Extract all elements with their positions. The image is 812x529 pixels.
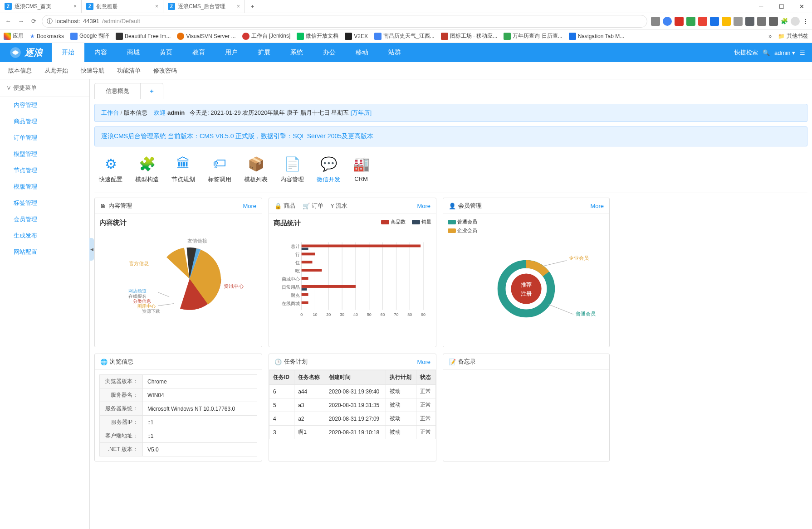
subnav-features[interactable]: 功能清单 (117, 67, 141, 75)
sidebar-item-config[interactable]: 网站配置 (0, 244, 89, 260)
tab-flow[interactable]: ¥流水 (331, 202, 347, 210)
extension-icon[interactable] (710, 17, 719, 26)
bookmark-item[interactable]: 微信开放文档 (297, 32, 338, 40)
more-link[interactable]: More (417, 203, 430, 209)
close-icon[interactable]: × (155, 3, 158, 10)
sidebar-item-member[interactable]: 会员管理 (0, 211, 89, 228)
extensions-button[interactable]: 🧩 (781, 18, 788, 24)
forward-button[interactable]: → (16, 17, 25, 26)
minimize-button[interactable]: ─ (751, 0, 771, 13)
quick-tag[interactable]: 🏷标签调用 (208, 155, 231, 184)
svg-text:40: 40 (353, 312, 358, 317)
subnav-version[interactable]: 版本信息 (8, 67, 32, 75)
nav-system[interactable]: 系统 (280, 43, 313, 62)
table-row[interactable]: 5a32020-08-31 19:31:35被动正常 (269, 398, 436, 412)
reload-button[interactable]: ⟳ (29, 17, 38, 26)
quick-node[interactable]: 🏛节点规划 (171, 155, 195, 184)
tab-add-button[interactable]: ＋ (141, 83, 163, 99)
quick-template[interactable]: 📦模板列表 (244, 155, 268, 184)
extension-icon[interactable] (663, 17, 672, 26)
nav-start[interactable]: 开始 (52, 43, 84, 62)
browser-tab[interactable]: Z 创意画册 × (82, 0, 163, 13)
extension-icon[interactable] (698, 17, 707, 26)
bookmark-item[interactable]: VisualSVN Server ... (177, 33, 235, 40)
app-logo[interactable]: 逐浪 (0, 46, 52, 59)
site-info-icon[interactable]: ⓘ (47, 17, 53, 25)
extension-icon[interactable] (722, 17, 731, 26)
bookmark-item[interactable]: 万年历查询 日历查... (504, 32, 562, 40)
table-row[interactable]: 6a442020-08-31 19:39:40被动正常 (269, 385, 436, 398)
menu-button[interactable]: ⋮ (802, 18, 808, 24)
menu-toggle-icon[interactable]: ☰ (800, 49, 805, 56)
extension-icon[interactable] (686, 17, 695, 26)
extension-icon[interactable] (734, 17, 743, 26)
apps-button[interactable]: 应用 (4, 32, 24, 40)
sidebar-item-node[interactable]: 节点管理 (0, 162, 89, 179)
sidebar-item-model[interactable]: 模型管理 (0, 146, 89, 162)
profile-icon[interactable] (791, 17, 800, 26)
nav-content[interactable]: 内容 (84, 43, 117, 62)
tab-overview[interactable]: 信息概览 (95, 83, 141, 99)
subnav-start[interactable]: 从此开始 (44, 67, 68, 75)
extension-icon[interactable] (757, 17, 766, 26)
bookmark-item[interactable]: ★Bookmarks (30, 33, 64, 39)
quick-content[interactable]: 📄内容管理 (280, 155, 304, 184)
quick-model[interactable]: 🧩模型构造 (135, 155, 159, 184)
more-link[interactable]: More (590, 203, 604, 209)
sidebar-header[interactable]: ∨ 便捷菜单 (0, 79, 89, 97)
close-icon[interactable]: × (237, 3, 240, 10)
url-input[interactable]: ⓘ localhost:44391/admin/Default (42, 15, 647, 28)
bookmark-item[interactable]: Navigation Tab M... (569, 33, 625, 40)
breadcrumb-workbench[interactable]: 工作台 (101, 109, 119, 116)
calendar-link[interactable]: [万年历] (351, 109, 372, 116)
quick-config[interactable]: ⚙快速配置 (99, 155, 122, 184)
bookmark-item[interactable]: 南昌历史天气_江西... (374, 32, 435, 40)
nav-shop[interactable]: 商城 (117, 43, 150, 62)
browser-tab[interactable]: Z 逐浪CMS_首页 × (0, 0, 82, 13)
close-button[interactable]: ✕ (792, 0, 812, 13)
sidebar-item-publish[interactable]: 生成发布 (0, 228, 89, 244)
new-tab-button[interactable]: ＋ (245, 0, 260, 13)
bookmark-overflow[interactable]: » (768, 33, 772, 39)
nav-education[interactable]: 教育 (182, 43, 215, 62)
more-link[interactable]: More (243, 203, 256, 209)
sidebar-collapse-button[interactable]: ◀ (89, 238, 94, 261)
other-bookmarks[interactable]: 📁其他书签 (778, 32, 808, 40)
back-button[interactable]: ← (4, 17, 13, 26)
bookmark-item[interactable]: V2EX (345, 33, 368, 40)
sidebar-item-product[interactable]: 商品管理 (0, 113, 89, 130)
table-row[interactable]: 4a22020-08-31 19:27:09被动正常 (269, 412, 436, 426)
search-icon[interactable]: 🔍 (763, 49, 770, 56)
quick-crm[interactable]: 🏭CRM (353, 155, 369, 184)
user-dropdown[interactable]: admin ▾ (774, 49, 795, 56)
maximize-button[interactable]: ☐ (771, 0, 792, 13)
nav-yellowpage[interactable]: 黄页 (150, 43, 182, 62)
close-icon[interactable]: × (73, 3, 77, 10)
sidebar-item-content[interactable]: 内容管理 (0, 97, 89, 113)
nav-extension[interactable]: 扩展 (248, 43, 280, 62)
table-row[interactable]: 3啊12020-08-31 19:10:18被动正常 (269, 426, 436, 439)
bookmark-item[interactable]: Google 翻译 (70, 32, 109, 40)
extension-icon[interactable] (651, 17, 660, 26)
sidebar-item-tag[interactable]: 标签管理 (0, 195, 89, 211)
extension-icon[interactable] (769, 17, 778, 26)
quick-search-link[interactable]: 快捷检索 (734, 49, 758, 57)
tab-orders[interactable]: 🛒订单 (303, 202, 323, 210)
extension-icon[interactable] (675, 17, 684, 26)
nav-mobile[interactable]: 移动 (346, 43, 378, 62)
sidebar-item-template[interactable]: 模版管理 (0, 179, 89, 195)
bookmark-item[interactable]: Beautiful Free Im... (116, 33, 171, 40)
more-link[interactable]: More (417, 359, 430, 365)
nav-sitegroup[interactable]: 站群 (378, 43, 411, 62)
subnav-quicknav[interactable]: 快速导航 (81, 67, 104, 75)
bookmark-item[interactable]: 工作台 [Jenkins] (242, 32, 291, 40)
nav-office[interactable]: 办公 (313, 43, 346, 62)
extension-icon[interactable] (745, 17, 754, 26)
bookmark-item[interactable]: 图标工场 - 移动应... (441, 32, 498, 40)
tab-products[interactable]: 🔒商品 (274, 202, 295, 210)
nav-user[interactable]: 用户 (215, 43, 248, 62)
subnav-password[interactable]: 修改密码 (153, 67, 177, 75)
browser-tab[interactable]: Z 逐浪CMS_后台管理 × (163, 0, 245, 13)
sidebar-item-order[interactable]: 订单管理 (0, 130, 89, 146)
quick-wechat[interactable]: 💬微信开发 (317, 155, 340, 184)
